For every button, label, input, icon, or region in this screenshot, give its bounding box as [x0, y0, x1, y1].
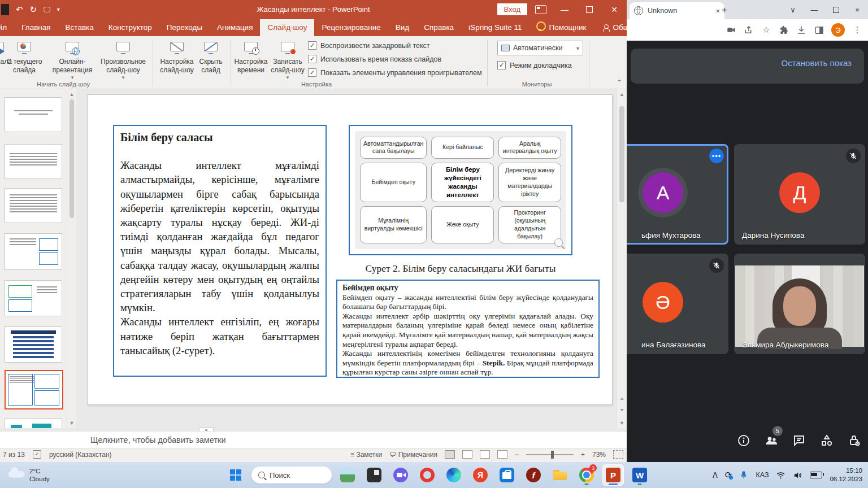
close-button[interactable]: ✕ [602, 0, 627, 19]
previous-slide-icon[interactable]: ⏶ [617, 396, 627, 402]
tab-design[interactable]: Конструктор [101, 19, 159, 36]
customize-qat-icon[interactable]: ▾ [57, 6, 60, 12]
tab-slideshow[interactable]: Слайд-шоу [260, 19, 314, 36]
notes-toggle[interactable]: ≡ Заметки [350, 451, 382, 459]
language-indicator[interactable]: КАЗ [756, 471, 769, 479]
checkbox-play-narrations[interactable]: Воспроизвести закадровый текст [308, 41, 482, 50]
slide-thumbnail-4[interactable] [5, 233, 62, 270]
file-explorer-icon[interactable] [549, 464, 571, 486]
tab-file[interactable]: Файл [0, 19, 14, 36]
speaker-icon[interactable] [793, 470, 802, 480]
checkbox-use-timings[interactable]: Использовать время показа слайдов [308, 55, 482, 63]
tab-insert[interactable]: Вставка [58, 19, 101, 36]
scroll-down-icon[interactable]: ▼ [617, 420, 627, 426]
setup-slideshow-button[interactable]: Настройка слайд-шоу [158, 40, 196, 75]
video-chat-app-icon[interactable] [390, 464, 411, 486]
sign-in-button[interactable]: Вход [497, 3, 527, 15]
start-slideshow-icon[interactable]: 🖵 [44, 6, 50, 14]
slide-thumbnail-7-selected[interactable] [5, 370, 63, 409]
tab-transitions[interactable]: Переходы [159, 19, 210, 36]
reading-view-button[interactable] [480, 450, 490, 459]
tab-ispring[interactable]: iSpring Suite 11 [461, 19, 529, 36]
browser-tab[interactable]: Unknown × [630, 2, 724, 19]
collapse-ribbon-icon[interactable]: ⌃ [617, 79, 622, 86]
maximize-button[interactable] [825, 0, 847, 19]
monitor-select[interactable]: Автоматически ▾ [497, 41, 583, 55]
new-tab-button[interactable]: + [722, 5, 727, 15]
zoom-out-icon[interactable]: − [515, 451, 519, 459]
undo-icon[interactable]: ↶ [16, 5, 23, 15]
tile-options-icon[interactable]: ••• [709, 149, 724, 163]
flash-app-icon[interactable]: f [523, 464, 544, 486]
from-current-slide-button[interactable]: С текущего слайда [6, 40, 43, 75]
next-slide-icon[interactable]: ⏷ [617, 407, 627, 413]
browser-menu-icon[interactable]: ⋮ [852, 25, 862, 35]
tab-view[interactable]: Вид [388, 19, 416, 36]
clock[interactable]: 15:1006.12.2023 [830, 467, 862, 483]
powerpoint-taskbar-icon[interactable]: P [602, 464, 624, 486]
scrollbar-thumb[interactable] [70, 99, 74, 218]
start-button[interactable] [225, 464, 246, 486]
close-tab-icon[interactable]: × [715, 7, 720, 15]
slide-textbox-adaptive[interactable]: Бейімдеп оқыту Бейімдеп оқыту – жасанды … [336, 280, 600, 378]
yandex-icon[interactable]: Я [470, 464, 491, 486]
fit-slide-icon[interactable] [613, 450, 623, 459]
slide-thumbnail-6[interactable] [5, 326, 62, 363]
meeting-details-icon[interactable] [737, 434, 750, 447]
slide-diagram[interactable]: Автоматтандырылған сапа бақылауы Кері ба… [349, 125, 572, 255]
host-controls-icon[interactable] [848, 434, 861, 447]
close-button[interactable]: × [847, 0, 868, 19]
opera-icon[interactable] [416, 464, 438, 486]
tab-assistant[interactable]: Помощник [529, 18, 593, 36]
slide-thumbnail-1[interactable] [5, 97, 62, 132]
participant-tile[interactable]: Д Дарина Нусипова [734, 144, 865, 245]
slide-thumbnail-panel[interactable] [0, 89, 67, 428]
widgets-app-icon[interactable] [337, 464, 358, 486]
slide-canvas[interactable]: Білім беру саласы Жасанды интеллект мұға… [88, 95, 612, 404]
checkbox-show-controls[interactable]: Показать элементы управления проигрывате… [308, 68, 482, 77]
comments-toggle[interactable]: 🗩 Примечания [389, 451, 437, 459]
minimize-button[interactable]: — [804, 0, 825, 19]
share-icon[interactable] [744, 25, 754, 35]
slide-thumbnail-2[interactable] [5, 144, 62, 179]
side-panel-icon[interactable] [814, 25, 824, 35]
battery-icon[interactable] [810, 472, 822, 478]
slide-thumbnail-3[interactable] [5, 188, 62, 223]
chat-icon[interactable] [792, 434, 806, 447]
bookmark-star-icon[interactable]: ☆ [761, 25, 771, 35]
taskbar-search[interactable]: Поиск [251, 467, 332, 483]
people-icon[interactable]: 5 [765, 434, 778, 447]
hide-slide-button[interactable]: Скрыть слайд [196, 40, 226, 75]
media-camera-icon[interactable] [726, 25, 736, 35]
ribbon-display-options-icon[interactable] [535, 5, 546, 14]
participant-tile[interactable]: А ••• ьфия Мухтарова [627, 144, 728, 245]
rehearse-timings-button[interactable]: Настройка времени [233, 40, 269, 75]
normal-view-button[interactable] [445, 450, 455, 459]
participant-tile-video[interactable]: Эльмира Абдыкеримова [734, 254, 865, 354]
scrollbar-thumb[interactable] [619, 106, 624, 202]
online-presentation-button[interactable]: Онлайн-презентация▾ [50, 40, 95, 81]
weather-widget[interactable]: 2°CCloudy [0, 467, 50, 483]
language-indicator[interactable]: русский (Казахстан) [49, 451, 112, 459]
wifi-icon[interactable] [776, 470, 785, 480]
zoom-in-icon[interactable]: + [581, 451, 585, 459]
downloads-icon[interactable] [796, 25, 806, 35]
maximize-button[interactable] [577, 0, 602, 19]
extensions-icon[interactable] [779, 25, 789, 35]
thumbnail-scrollbar[interactable]: ▲ ▼ [67, 89, 76, 428]
participant-tile[interactable]: Ә ина Балағазинова [627, 254, 728, 354]
microsoft-store-icon[interactable] [496, 464, 518, 486]
zoom-slider[interactable] [526, 454, 574, 455]
activities-icon[interactable] [820, 434, 834, 447]
stop-presenting-button[interactable]: Остановить показ [782, 58, 852, 68]
profile-avatar[interactable]: Э [831, 23, 845, 37]
scroll-up-icon[interactable]: ▲ [617, 89, 627, 97]
slide-vertical-scrollbar[interactable]: ▲ ⏶ ⏷ ▼ [617, 89, 627, 428]
redo-icon[interactable]: ↻ [30, 5, 37, 15]
spellcheck-icon[interactable]: ✓ [33, 450, 41, 459]
sync-icon[interactable]: ⟳ [725, 470, 732, 480]
edge-icon[interactable] [443, 464, 465, 486]
record-slideshow-button[interactable]: Записать слайд-шоу▾ [269, 40, 306, 81]
slide-thumbnail-5[interactable] [5, 280, 62, 316]
snipping-app-icon[interactable] [363, 464, 385, 486]
